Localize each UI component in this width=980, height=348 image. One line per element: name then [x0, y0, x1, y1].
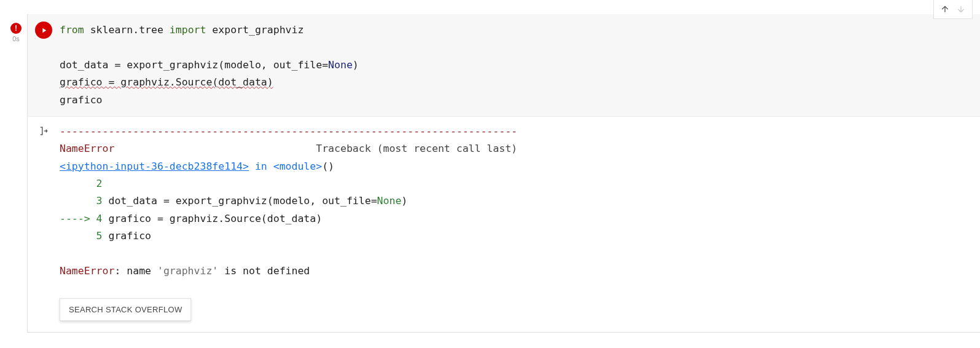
- traceback-line-3-none: None: [377, 195, 402, 207]
- traceback-frame-link[interactable]: <ipython-input-36-decb238fe114>: [60, 160, 249, 172]
- traceback-line-3-close: ): [401, 195, 407, 207]
- arrow-up-icon: [940, 4, 950, 14]
- code-line-5: grafico: [60, 94, 103, 106]
- traceback-arrow: ---->: [60, 213, 96, 224]
- traceback-final-msg2: is not defined: [218, 265, 310, 277]
- code-module: sklearn.tree: [84, 24, 170, 36]
- traceback-module: <module>: [273, 160, 322, 172]
- play-icon: [40, 26, 48, 34]
- run-column: [28, 14, 60, 116]
- code-line-3a: dot_data = export_graphviz(modelo, out_f…: [60, 59, 328, 71]
- code-line-4: grafico = graphviz.Source(dot_data): [60, 76, 273, 88]
- traceback-parens: (): [322, 160, 334, 172]
- traceback-line-5: grafico: [103, 230, 151, 242]
- arrow-down-icon: [956, 4, 966, 14]
- error-status-icon: !: [10, 23, 22, 34]
- traceback-final-name: NameError: [60, 265, 114, 277]
- code-none: None: [328, 59, 353, 71]
- run-cell-button[interactable]: [35, 22, 52, 39]
- traceback-line-3: dot_data = export_graphviz(modelo, out_f…: [103, 195, 377, 207]
- code-line-3b: ): [353, 59, 359, 71]
- traceback-line-2: [103, 178, 109, 189]
- traceback-separator: ----------------------------------------…: [60, 125, 517, 137]
- nav-down-button[interactable]: [954, 2, 968, 17]
- nav-up-button[interactable]: [938, 2, 952, 17]
- search-stack-overflow-button[interactable]: SEARCH STACK OVERFLOW: [60, 298, 191, 321]
- traceback-lineno-2: 2: [60, 178, 103, 189]
- input-area: from sklearn.tree import export_graphviz…: [28, 14, 980, 117]
- traceback-lineno-3: 3: [60, 195, 103, 207]
- traceback-final-msg1: : name: [114, 265, 157, 277]
- code-import-name: export_graphviz: [206, 24, 304, 36]
- status-gutter: ! 0s: [5, 14, 27, 333]
- traceback-lineno-5: 5: [60, 230, 103, 242]
- traceback-lineno-4: 4: [96, 213, 103, 224]
- output-content: ----------------------------------------…: [60, 121, 980, 332]
- cell-nav-controls: [933, 0, 973, 19]
- code-keyword-from: from: [60, 24, 84, 36]
- traceback-line-4: grafico = graphviz.Source(dot_data): [103, 213, 323, 224]
- traceback-final-str: 'graphviz': [157, 265, 218, 277]
- code-editor[interactable]: from sklearn.tree import export_graphviz…: [60, 14, 980, 116]
- execution-time-label: 0s: [12, 35, 20, 42]
- code-cell: from sklearn.tree import export_graphviz…: [27, 14, 980, 333]
- output-area: ----------------------------------------…: [28, 117, 980, 332]
- traceback-error-name: NameError: [60, 143, 114, 154]
- code-keyword-import: import: [170, 24, 206, 36]
- traceback-header: Traceback (most recent call last): [114, 143, 517, 154]
- output-gutter: [28, 121, 60, 332]
- notebook-cell-container: ! 0s from sklearn.tree import export_gra…: [0, 0, 980, 333]
- traceback-in-word: in: [249, 160, 273, 172]
- output-arrow-icon: [38, 125, 49, 136]
- output-collapse-toggle[interactable]: [38, 125, 49, 332]
